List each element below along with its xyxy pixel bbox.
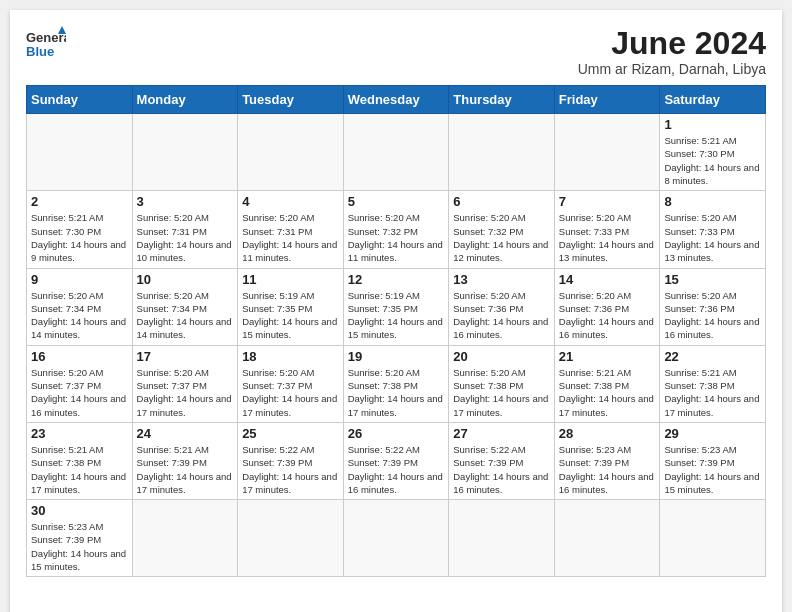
day-cell: 8Sunrise: 5:20 AMSunset: 7:33 PMDaylight… xyxy=(660,191,766,268)
day-cell: 4Sunrise: 5:20 AMSunset: 7:31 PMDaylight… xyxy=(238,191,344,268)
day-number: 29 xyxy=(664,426,761,441)
day-cell: 26Sunrise: 5:22 AMSunset: 7:39 PMDayligh… xyxy=(343,422,449,499)
day-number: 4 xyxy=(242,194,339,209)
day-number: 12 xyxy=(348,272,445,287)
day-cell: 18Sunrise: 5:20 AMSunset: 7:37 PMDayligh… xyxy=(238,345,344,422)
day-cell: 14Sunrise: 5:20 AMSunset: 7:36 PMDayligh… xyxy=(554,268,660,345)
weekday-header-monday: Monday xyxy=(132,86,238,114)
day-number: 14 xyxy=(559,272,656,287)
day-info: Sunrise: 5:19 AMSunset: 7:35 PMDaylight:… xyxy=(348,289,445,342)
day-number: 27 xyxy=(453,426,550,441)
day-cell: 12Sunrise: 5:19 AMSunset: 7:35 PMDayligh… xyxy=(343,268,449,345)
day-cell xyxy=(343,114,449,191)
day-cell: 7Sunrise: 5:20 AMSunset: 7:33 PMDaylight… xyxy=(554,191,660,268)
day-number: 7 xyxy=(559,194,656,209)
day-cell: 3Sunrise: 5:20 AMSunset: 7:31 PMDaylight… xyxy=(132,191,238,268)
day-number: 21 xyxy=(559,349,656,364)
day-info: Sunrise: 5:22 AMSunset: 7:39 PMDaylight:… xyxy=(242,443,339,496)
day-number: 10 xyxy=(137,272,234,287)
day-info: Sunrise: 5:19 AMSunset: 7:35 PMDaylight:… xyxy=(242,289,339,342)
day-info: Sunrise: 5:21 AMSunset: 7:38 PMDaylight:… xyxy=(559,366,656,419)
day-number: 25 xyxy=(242,426,339,441)
day-cell: 28Sunrise: 5:23 AMSunset: 7:39 PMDayligh… xyxy=(554,422,660,499)
week-row-2: 2Sunrise: 5:21 AMSunset: 7:30 PMDaylight… xyxy=(27,191,766,268)
day-cell xyxy=(554,500,660,577)
day-cell: 5Sunrise: 5:20 AMSunset: 7:32 PMDaylight… xyxy=(343,191,449,268)
day-cell xyxy=(27,114,133,191)
day-cell: 27Sunrise: 5:22 AMSunset: 7:39 PMDayligh… xyxy=(449,422,555,499)
day-number: 23 xyxy=(31,426,128,441)
week-row-6: 30Sunrise: 5:23 AMSunset: 7:39 PMDayligh… xyxy=(27,500,766,577)
weekday-header-friday: Friday xyxy=(554,86,660,114)
day-number: 16 xyxy=(31,349,128,364)
weekday-header-saturday: Saturday xyxy=(660,86,766,114)
day-number: 6 xyxy=(453,194,550,209)
day-cell: 29Sunrise: 5:23 AMSunset: 7:39 PMDayligh… xyxy=(660,422,766,499)
day-number: 11 xyxy=(242,272,339,287)
day-info: Sunrise: 5:20 AMSunset: 7:33 PMDaylight:… xyxy=(664,211,761,264)
day-number: 8 xyxy=(664,194,761,209)
day-number: 18 xyxy=(242,349,339,364)
day-info: Sunrise: 5:23 AMSunset: 7:39 PMDaylight:… xyxy=(559,443,656,496)
day-info: Sunrise: 5:22 AMSunset: 7:39 PMDaylight:… xyxy=(453,443,550,496)
day-info: Sunrise: 5:21 AMSunset: 7:30 PMDaylight:… xyxy=(31,211,128,264)
day-info: Sunrise: 5:20 AMSunset: 7:34 PMDaylight:… xyxy=(31,289,128,342)
day-info: Sunrise: 5:23 AMSunset: 7:39 PMDaylight:… xyxy=(31,520,128,573)
day-number: 24 xyxy=(137,426,234,441)
day-cell: 13Sunrise: 5:20 AMSunset: 7:36 PMDayligh… xyxy=(449,268,555,345)
day-cell: 21Sunrise: 5:21 AMSunset: 7:38 PMDayligh… xyxy=(554,345,660,422)
day-info: Sunrise: 5:21 AMSunset: 7:38 PMDaylight:… xyxy=(31,443,128,496)
day-number: 5 xyxy=(348,194,445,209)
week-row-3: 9Sunrise: 5:20 AMSunset: 7:34 PMDaylight… xyxy=(27,268,766,345)
location-subtitle: Umm ar Rizam, Darnah, Libya xyxy=(578,61,766,77)
day-cell: 16Sunrise: 5:20 AMSunset: 7:37 PMDayligh… xyxy=(27,345,133,422)
day-number: 20 xyxy=(453,349,550,364)
day-cell: 22Sunrise: 5:21 AMSunset: 7:38 PMDayligh… xyxy=(660,345,766,422)
day-info: Sunrise: 5:20 AMSunset: 7:31 PMDaylight:… xyxy=(242,211,339,264)
svg-text:Blue: Blue xyxy=(26,44,54,59)
day-cell: 25Sunrise: 5:22 AMSunset: 7:39 PMDayligh… xyxy=(238,422,344,499)
header-section: General Blue June 2024 Umm ar Rizam, Dar… xyxy=(26,26,766,77)
weekday-header-sunday: Sunday xyxy=(27,86,133,114)
day-info: Sunrise: 5:20 AMSunset: 7:32 PMDaylight:… xyxy=(348,211,445,264)
day-cell: 10Sunrise: 5:20 AMSunset: 7:34 PMDayligh… xyxy=(132,268,238,345)
day-info: Sunrise: 5:20 AMSunset: 7:37 PMDaylight:… xyxy=(137,366,234,419)
day-cell: 20Sunrise: 5:20 AMSunset: 7:38 PMDayligh… xyxy=(449,345,555,422)
day-number: 26 xyxy=(348,426,445,441)
day-info: Sunrise: 5:20 AMSunset: 7:31 PMDaylight:… xyxy=(137,211,234,264)
day-number: 1 xyxy=(664,117,761,132)
day-info: Sunrise: 5:20 AMSunset: 7:38 PMDaylight:… xyxy=(453,366,550,419)
day-info: Sunrise: 5:21 AMSunset: 7:39 PMDaylight:… xyxy=(137,443,234,496)
day-info: Sunrise: 5:20 AMSunset: 7:36 PMDaylight:… xyxy=(453,289,550,342)
day-cell xyxy=(449,114,555,191)
day-number: 30 xyxy=(31,503,128,518)
day-number: 2 xyxy=(31,194,128,209)
day-info: Sunrise: 5:20 AMSunset: 7:37 PMDaylight:… xyxy=(31,366,128,419)
day-cell: 23Sunrise: 5:21 AMSunset: 7:38 PMDayligh… xyxy=(27,422,133,499)
day-info: Sunrise: 5:20 AMSunset: 7:34 PMDaylight:… xyxy=(137,289,234,342)
weekday-header-tuesday: Tuesday xyxy=(238,86,344,114)
day-cell xyxy=(238,500,344,577)
day-cell xyxy=(343,500,449,577)
logo-icon: General Blue xyxy=(26,26,66,62)
day-cell: 2Sunrise: 5:21 AMSunset: 7:30 PMDaylight… xyxy=(27,191,133,268)
day-info: Sunrise: 5:20 AMSunset: 7:37 PMDaylight:… xyxy=(242,366,339,419)
weekday-header-row: SundayMondayTuesdayWednesdayThursdayFrid… xyxy=(27,86,766,114)
day-cell xyxy=(554,114,660,191)
day-number: 3 xyxy=(137,194,234,209)
logo-area: General Blue xyxy=(26,26,66,62)
day-info: Sunrise: 5:20 AMSunset: 7:36 PMDaylight:… xyxy=(664,289,761,342)
title-area: June 2024 Umm ar Rizam, Darnah, Libya xyxy=(578,26,766,77)
day-number: 13 xyxy=(453,272,550,287)
week-row-1: 1Sunrise: 5:21 AMSunset: 7:30 PMDaylight… xyxy=(27,114,766,191)
week-row-4: 16Sunrise: 5:20 AMSunset: 7:37 PMDayligh… xyxy=(27,345,766,422)
day-cell: 15Sunrise: 5:20 AMSunset: 7:36 PMDayligh… xyxy=(660,268,766,345)
day-info: Sunrise: 5:22 AMSunset: 7:39 PMDaylight:… xyxy=(348,443,445,496)
day-number: 17 xyxy=(137,349,234,364)
weekday-header-wednesday: Wednesday xyxy=(343,86,449,114)
day-number: 9 xyxy=(31,272,128,287)
day-cell: 30Sunrise: 5:23 AMSunset: 7:39 PMDayligh… xyxy=(27,500,133,577)
day-cell xyxy=(660,500,766,577)
day-info: Sunrise: 5:21 AMSunset: 7:38 PMDaylight:… xyxy=(664,366,761,419)
calendar-container: General Blue June 2024 Umm ar Rizam, Dar… xyxy=(10,10,782,612)
